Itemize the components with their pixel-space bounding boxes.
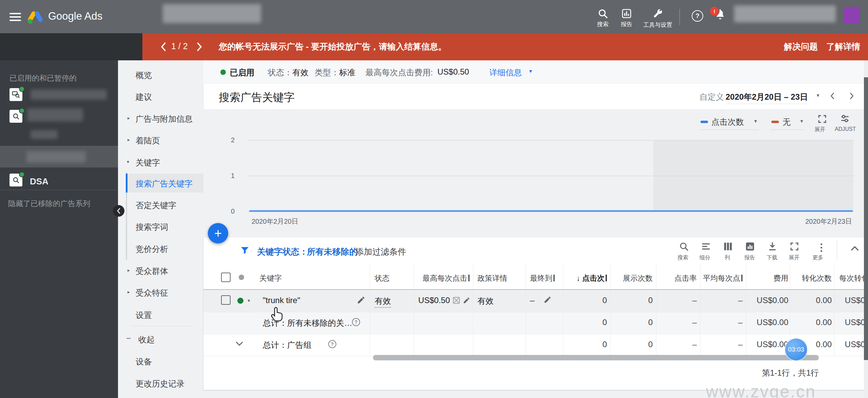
caret-down-icon[interactable]: ▼ <box>753 119 758 124</box>
learn-more-link[interactable]: 了解详情 <box>826 41 860 52</box>
segment-icon[interactable] <box>701 241 711 252</box>
details-link[interactable]: 详细信息 <box>489 67 522 78</box>
header-avg-cpc[interactable]: 平均每次点 <box>703 273 743 283</box>
edit-pencil-icon[interactable] <box>544 296 552 304</box>
nav-item-negative-keywords[interactable]: 否定关键字 <box>136 200 176 211</box>
expand-table-icon[interactable] <box>789 241 800 252</box>
campaign-item-dsa[interactable]: DSA <box>0 172 118 192</box>
account-name-redacted <box>163 4 261 23</box>
expand-arrow-icon[interactable]: ▸ <box>127 289 130 295</box>
filter-funnel-icon[interactable] <box>240 245 250 255</box>
col-divider <box>700 264 701 356</box>
search-button[interactable]: 搜索 <box>593 8 613 28</box>
date-prev-icon[interactable] <box>830 92 835 100</box>
header-cost[interactable]: 费用 <box>748 273 788 283</box>
header-final-url[interactable]: 最终到 <box>530 273 555 283</box>
reports-button[interactable]: 报告 <box>616 8 637 28</box>
header-ctr[interactable]: 点击率 <box>658 273 697 283</box>
more-vertical-icon[interactable] <box>821 242 822 254</box>
caret-down-icon[interactable]: ▼ <box>816 93 820 98</box>
header-policy[interactable]: 政策详情 <box>477 273 507 283</box>
table-search-icon[interactable] <box>679 241 689 252</box>
nav-item-overview[interactable]: 概览 <box>136 70 152 81</box>
resolve-link[interactable]: 解决问题 <box>784 41 818 52</box>
caret-down-icon[interactable]: ▼ <box>528 68 533 74</box>
download-icon[interactable] <box>767 241 777 252</box>
keyword-enabled-dot[interactable] <box>237 298 243 304</box>
question-icon: ? <box>695 12 699 20</box>
nav-item-auction-insights[interactable]: 竞价分析 <box>136 244 168 255</box>
nav-item-change-history[interactable]: 更改历史记录 <box>136 378 184 389</box>
horizontal-scrollbar[interactable] <box>373 355 819 360</box>
expand-row-icon[interactable] <box>235 341 243 346</box>
vertical-scrollbar-thumb[interactable] <box>864 77 868 360</box>
add-filter-button[interactable]: 添加过滤条件 <box>355 246 406 257</box>
enabled-label: 已启用 <box>230 67 254 78</box>
date-next-icon[interactable] <box>849 92 854 100</box>
nav-item-keywords[interactable]: 关键字 <box>136 157 160 168</box>
report-chart-icon[interactable] <box>745 241 755 252</box>
toolbar-divider <box>837 240 837 260</box>
header-status[interactable]: 状态 <box>375 273 390 283</box>
expand-arrow-icon[interactable]: ▸ <box>127 267 130 273</box>
collapse-table-icon[interactable] <box>850 245 859 251</box>
nav-item-search-terms[interactable]: 搜索字词 <box>136 222 168 233</box>
chevron-right-icon[interactable] <box>196 42 203 52</box>
header-conversions[interactable]: 转化次数 <box>792 273 832 283</box>
menu-icon[interactable] <box>9 11 21 23</box>
header-impressions[interactable]: 展示次数 <box>614 273 653 283</box>
select-all-checkbox[interactable] <box>221 273 231 282</box>
header-clicks-sorted[interactable]: ↓ 点击次 <box>566 273 607 283</box>
cost-per-conv-value: US$0.00 <box>836 318 868 327</box>
header-keyword[interactable]: 关键字 <box>259 273 282 283</box>
nav-item-settings[interactable]: 设置 <box>136 310 152 321</box>
row-checkbox[interactable] <box>221 295 231 305</box>
filter-value[interactable]: 所有未移除的 <box>307 246 358 257</box>
adjust-icon[interactable] <box>840 113 850 124</box>
help-circle-icon[interactable]: ? <box>328 340 336 348</box>
header-cost-per-conv[interactable]: 每次转化费 <box>836 273 868 283</box>
max-cpc-cell[interactable]: US$0.50 <box>415 294 470 307</box>
status-dot-header-icon[interactable] <box>239 275 244 280</box>
total-adgroup-label: 总计：广告组 <box>263 340 312 351</box>
metric2-selector[interactable]: 无 <box>783 117 791 127</box>
policy-status[interactable]: 有效 <box>477 296 494 306</box>
columns-icon[interactable] <box>723 241 733 252</box>
col-divider <box>610 264 611 356</box>
expand-arrow-icon[interactable]: ▸ <box>127 115 130 121</box>
help-circle-icon[interactable]: ? <box>352 318 360 326</box>
hidden-campaigns-note: 隐藏了已移除的广告系列 <box>8 199 90 209</box>
nav-item-demographics[interactable]: 受众特征 <box>136 287 168 298</box>
nav-item-search-keywords-selected[interactable]: 搜索广告关键字 <box>136 178 193 189</box>
clicks-series-line <box>249 210 853 212</box>
notifications-button[interactable]: ! <box>714 8 726 22</box>
minus-icon[interactable]: − <box>126 334 131 343</box>
caret-down-icon[interactable]: ▼ <box>800 119 804 124</box>
chevron-left-icon[interactable] <box>160 42 167 52</box>
header-max-cpc[interactable]: 最高每次点击 <box>415 273 470 283</box>
edit-pencil-icon[interactable] <box>463 297 470 304</box>
add-keyword-button[interactable]: + <box>208 223 228 243</box>
nav-item-landing-pages[interactable]: 着陆页 <box>136 135 160 146</box>
date-range-value[interactable]: 2020年2月20日 – 23日 <box>726 92 808 102</box>
expand-chart-icon[interactable] <box>817 114 827 124</box>
nav-item-audiences[interactable]: 受众群体 <box>136 266 168 277</box>
campaign-item[interactable] <box>0 85 118 106</box>
keyword-status[interactable]: 有效 <box>375 296 391 308</box>
avatar[interactable] <box>844 7 860 23</box>
metric2-underline <box>770 130 805 130</box>
nav-item-devices[interactable]: 设备 <box>136 356 152 367</box>
help-button[interactable]: ? <box>692 10 703 22</box>
nav-item-ads-extensions[interactable]: 广告与附加信息 <box>136 114 193 124</box>
sidebar-collapse-button[interactable] <box>113 205 124 217</box>
metric1-selector[interactable]: 点击次数 <box>711 117 744 127</box>
nav-item-collapse[interactable]: 收起 <box>138 334 155 345</box>
campaign-item[interactable] <box>0 107 118 131</box>
caret-down-icon[interactable]: ▼ <box>247 298 251 303</box>
edit-pencil-icon[interactable] <box>357 296 366 304</box>
campaign-item-selected[interactable] <box>0 146 118 167</box>
collapse-arrow-icon[interactable]: ▾ <box>127 159 129 164</box>
expand-arrow-icon[interactable]: ▸ <box>127 137 130 142</box>
tools-settings-button[interactable]: 工具与设置 <box>639 8 676 29</box>
nav-item-recommendations[interactable]: 建议 <box>136 92 152 102</box>
